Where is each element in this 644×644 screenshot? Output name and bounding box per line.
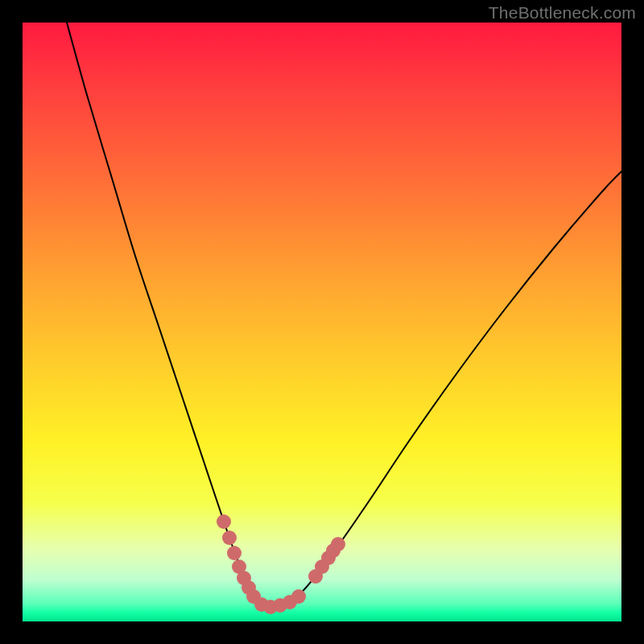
bottleneck-chart (23, 23, 621, 621)
marker-group (217, 514, 345, 614)
plot-area (23, 23, 621, 621)
highlight-marker (291, 589, 306, 604)
highlight-marker (222, 530, 237, 545)
highlight-marker (331, 537, 345, 551)
bottleneck-curve (67, 23, 621, 607)
watermark-text: TheBottleneck.com (489, 3, 636, 23)
highlight-marker (227, 546, 242, 560)
highlight-marker (217, 514, 231, 529)
